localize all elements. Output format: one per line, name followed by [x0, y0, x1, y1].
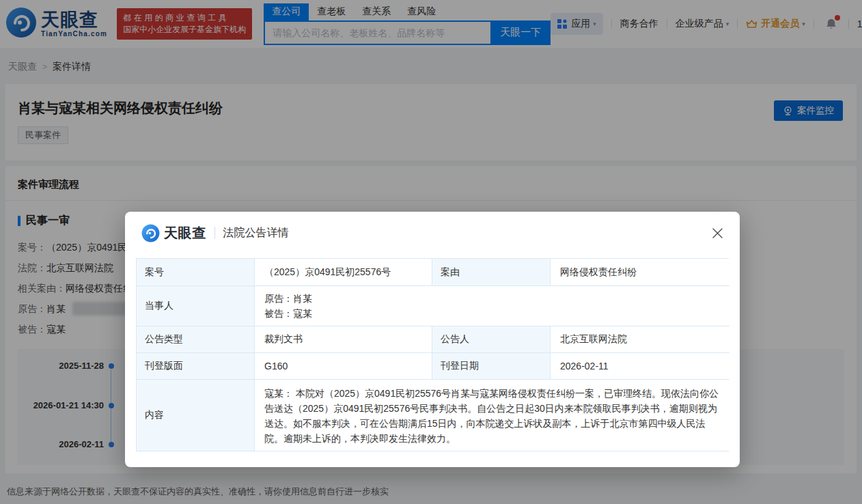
table-value-party: 原告：肖某 被告：寇某: [255, 286, 729, 326]
table-value-type: 裁判文书: [255, 326, 432, 353]
modal-header: 天眼查 法院公告详情: [125, 212, 740, 254]
table-value-announcer: 北京互联网法院: [551, 326, 729, 353]
modal-title-divider: [214, 227, 215, 239]
table-label-case-no: 案号: [137, 259, 255, 286]
modal-title: 法院公告详情: [223, 226, 289, 240]
table-value-layout: G160: [255, 353, 432, 380]
modal-brand-name: 天眼查: [164, 224, 206, 242]
table-label-layout: 刊登版面: [137, 353, 255, 380]
table-value-content: 寇某： 本院对（2025）京0491民初25576号肖某与寇某网络侵权责任纠纷一…: [255, 380, 729, 451]
table-label-cause: 案由: [432, 259, 551, 286]
table-value-cause: 网络侵权责任纠纷: [551, 259, 729, 286]
table-label-type: 公告类型: [137, 326, 255, 353]
table-label-content: 内容: [137, 380, 255, 451]
close-icon[interactable]: [712, 227, 723, 239]
table-value-case-no: （2025）京0491民初25576号: [255, 259, 432, 286]
table-label-pub-date: 刊登日期: [432, 353, 551, 380]
table-label-party: 当事人: [137, 286, 255, 326]
table-value-pub-date: 2026-02-11: [551, 353, 729, 380]
court-announcement-modal: 天眼查 法院公告详情 案号 （2025）京0491民初25576号 案由 网络侵…: [125, 212, 740, 467]
table-label-announcer: 公告人: [432, 326, 551, 353]
party-defendant: 被告：寇某: [264, 306, 312, 321]
tianyancha-swirl-icon: [141, 224, 160, 242]
announcement-table: 案号 （2025）京0491民初25576号 案由 网络侵权责任纠纷 当事人 原…: [136, 258, 729, 451]
party-plaintiff: 原告：肖某: [264, 291, 312, 306]
